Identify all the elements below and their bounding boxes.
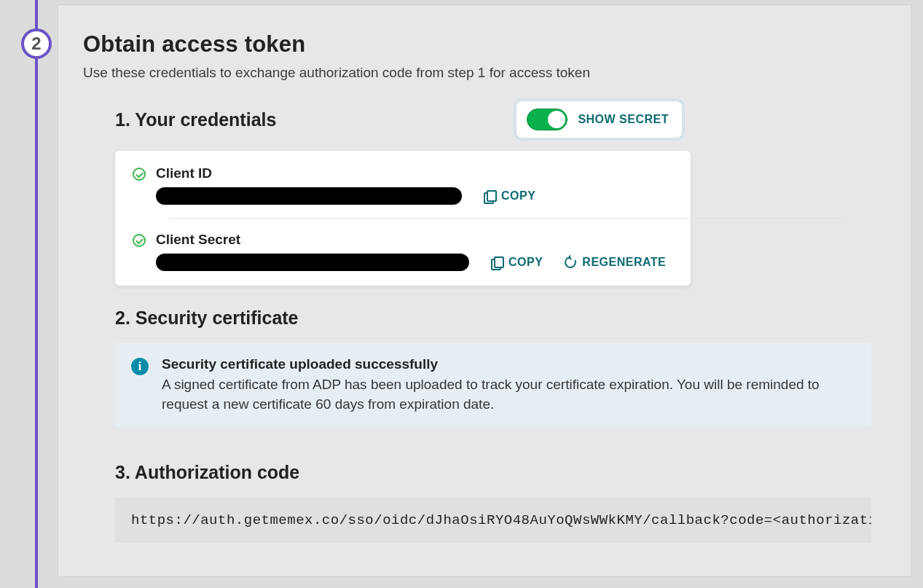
copy-label: COPY	[508, 256, 543, 269]
client-secret-row: Client Secret COPY REGENERATE	[133, 232, 673, 271]
check-circle-icon	[133, 168, 146, 181]
show-secret-toggle[interactable]	[527, 109, 567, 130]
show-secret-label: SHOW SECRET	[578, 113, 669, 126]
info-icon: i	[131, 358, 149, 375]
auth-code-url: https://auth.getmemex.co/sso/oidc/dJhaOs…	[115, 498, 871, 543]
regenerate-icon	[563, 255, 578, 270]
client-id-value-redacted	[156, 187, 462, 205]
regenerate-label: REGENERATE	[582, 256, 666, 269]
credentials-section: 1. Your credentials SHOW SECRET Client I…	[83, 101, 886, 543]
step-number-badge: 2	[21, 28, 52, 59]
certificate-info-title: Security certificate uploaded successful…	[162, 356, 855, 372]
copy-icon	[484, 190, 495, 202]
show-secret-toggle-card: SHOW SECRET	[517, 101, 682, 138]
copy-icon	[491, 256, 503, 268]
client-id-label: Client ID	[156, 165, 673, 181]
copy-label: COPY	[501, 189, 535, 203]
copy-client-secret-button[interactable]: COPY	[491, 256, 543, 269]
certificate-info-banner: i Security certificate uploaded successf…	[115, 343, 871, 427]
certificate-info-body: A signed certificate from ADP has been u…	[162, 375, 855, 414]
step-timeline-line	[35, 0, 38, 588]
regenerate-button[interactable]: REGENERATE	[565, 256, 666, 269]
client-secret-label: Client Secret	[156, 232, 673, 248]
credentials-heading: 1. Your credentials	[115, 109, 276, 130]
client-id-row: Client ID COPY	[133, 165, 673, 205]
auth-code-heading: 3. Authorization code	[115, 462, 886, 483]
client-secret-value-redacted	[156, 254, 469, 271]
credentials-card: Client ID COPY Client Secret	[115, 151, 691, 286]
check-circle-icon	[133, 234, 146, 247]
certificate-heading: 2. Security certificate	[115, 307, 886, 329]
step-title: Obtain access token	[83, 31, 886, 58]
copy-client-id-button[interactable]: COPY	[484, 189, 535, 203]
divider	[169, 218, 841, 219]
step-description: Use these credentials to exchange author…	[83, 65, 886, 81]
step-panel: Obtain access token Use these credential…	[58, 4, 911, 577]
toggle-knob	[548, 111, 565, 128]
